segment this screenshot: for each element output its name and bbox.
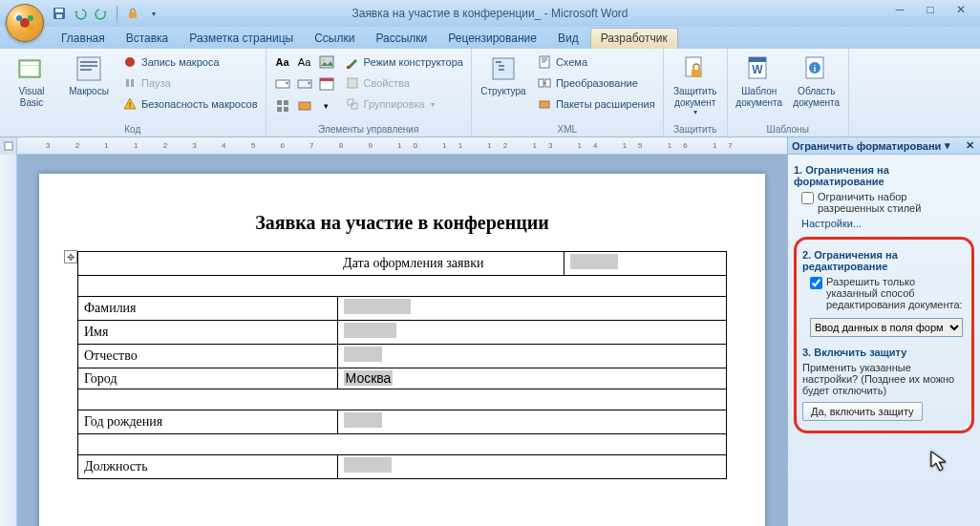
field-patronymic-label: Отчество — [78, 345, 338, 368]
dropdown-control-icon[interactable] — [294, 74, 315, 95]
expansion-icon — [537, 96, 552, 112]
task-pane-close-icon[interactable]: ✕ — [963, 139, 976, 152]
document-template-button[interactable]: W Шаблон документа — [734, 52, 785, 110]
office-button[interactable] — [6, 4, 44, 42]
document-area-button[interactable]: i Область документа — [791, 52, 842, 110]
combobox-control-icon[interactable] — [272, 74, 293, 95]
svg-rect-7 — [129, 12, 137, 18]
field-city-label: Город — [78, 368, 338, 389]
group-controls-label: Элементы управления — [272, 123, 465, 135]
tab-review[interactable]: Рецензирование — [438, 29, 546, 49]
table-move-handle[interactable]: ✥ — [64, 250, 77, 263]
redo-icon[interactable] — [94, 6, 109, 21]
svg-rect-5 — [55, 9, 63, 12]
field-firstname-label: Имя — [78, 321, 338, 345]
svg-rect-9 — [21, 62, 38, 65]
ribbon: Visual Basic Макросы Запись макроса Пауз… — [0, 49, 980, 137]
qat-dropdown-icon[interactable]: ▾ — [146, 6, 161, 21]
tab-view[interactable]: Вид — [548, 29, 588, 49]
section-protect: 3. Включить защиту — [802, 347, 966, 358]
transformation-button[interactable]: Преобразование — [535, 73, 657, 94]
svg-rect-33 — [352, 103, 357, 109]
record-macro-button[interactable]: Запись макроса — [120, 52, 260, 73]
group-button: Группировка▾ — [343, 94, 465, 115]
protect-document-button[interactable]: Защитить документ▾ — [670, 52, 721, 118]
design-mode-button[interactable]: Режим конструктора — [343, 52, 465, 73]
firstname-field[interactable] — [344, 323, 396, 338]
allow-only-checkbox[interactable]: Разрешить только указанный способ редакт… — [810, 276, 966, 310]
expansion-button[interactable]: Пакеты расширения — [535, 94, 657, 115]
tab-insert[interactable]: Вставка — [117, 29, 179, 49]
lastname-field[interactable] — [344, 299, 411, 314]
record-icon — [122, 54, 138, 70]
protect-note: Применить указанные настройки? (Позднее … — [802, 362, 966, 396]
settings-link[interactable]: Настройки... — [801, 218, 862, 229]
macro-security-button[interactable]: !Безопасность макросов — [120, 94, 260, 115]
svg-rect-16 — [126, 79, 129, 87]
lock-icon[interactable] — [125, 6, 140, 21]
date-field[interactable] — [570, 254, 618, 269]
schema-button[interactable]: Схема — [535, 52, 657, 73]
city-field[interactable]: Москва — [344, 370, 394, 386]
svg-point-15 — [125, 57, 135, 67]
svg-rect-45 — [749, 57, 766, 62]
save-icon[interactable] — [52, 6, 67, 21]
task-pane-dropdown-icon[interactable]: ▾ — [941, 139, 954, 152]
svg-point-20 — [322, 59, 325, 62]
svg-rect-12 — [80, 61, 97, 63]
warning-icon: ! — [122, 96, 138, 112]
enable-protection-button[interactable]: Да, включить защиту — [802, 402, 923, 421]
more-controls-dropdown[interactable]: ▾ — [316, 95, 337, 116]
section-editing: 2. Ограничения на редактирование — [802, 249, 966, 272]
date-control-icon[interactable] — [316, 74, 337, 95]
transform-icon — [537, 75, 552, 91]
tab-mailings[interactable]: Рассылки — [366, 29, 437, 49]
horizontal-ruler[interactable]: 3 2 1 1 2 3 4 5 6 7 8 9 10 11 12 13 14 1… — [0, 137, 787, 155]
svg-point-2 — [28, 15, 33, 21]
picture-control-icon[interactable] — [316, 52, 337, 73]
structure-button[interactable]: Структура — [478, 52, 529, 99]
tab-developer[interactable]: Разработчик — [590, 28, 678, 49]
birthyear-field[interactable] — [344, 412, 382, 428]
svg-point-3 — [28, 25, 33, 31]
tab-home[interactable]: Главная — [52, 29, 115, 49]
svg-rect-37 — [499, 69, 504, 71]
group-protect-label: Защитить — [670, 123, 721, 135]
legacy-tools-icon[interactable] — [272, 95, 293, 116]
schema-icon — [537, 54, 552, 70]
svg-rect-17 — [131, 79, 134, 87]
plaintext-control-icon[interactable]: Aa — [294, 52, 315, 73]
properties-icon — [345, 75, 360, 91]
undo-icon[interactable] — [73, 6, 88, 21]
pause-icon — [122, 75, 138, 91]
patronymic-field[interactable] — [344, 347, 382, 362]
svg-rect-30 — [347, 66, 350, 69]
ribbon-tabs: Главная Вставка Разметка страницы Ссылки… — [0, 27, 980, 49]
minimize-button[interactable]: ─ — [888, 2, 911, 17]
svg-rect-6 — [56, 14, 62, 18]
vertical-ruler[interactable] — [0, 155, 17, 526]
visual-basic-button[interactable]: Visual Basic — [6, 52, 57, 110]
pause-button: Пауза — [120, 73, 260, 94]
building-block-icon[interactable] — [294, 95, 315, 116]
svg-rect-31 — [348, 78, 357, 88]
svg-point-1 — [16, 15, 22, 21]
position-field[interactable] — [344, 457, 392, 473]
group-xml-label: XML — [478, 123, 657, 135]
svg-rect-19 — [320, 56, 333, 68]
group-templates-label: Шаблоны — [734, 123, 842, 135]
tab-layout[interactable]: Разметка страницы — [180, 29, 303, 49]
editing-mode-select[interactable]: Ввод данных в поля форм — [810, 318, 963, 337]
macros-button[interactable]: Макросы — [63, 52, 115, 99]
form-table: Дата оформления заявки Фамилия Имя Отчес… — [77, 251, 727, 479]
quick-access-toolbar: ▾ — [52, 6, 161, 21]
limit-styles-checkbox[interactable]: Ограничить набор разрешенных стилей — [801, 191, 974, 214]
maximize-button[interactable]: □ — [919, 2, 942, 17]
close-button[interactable]: ✕ — [949, 2, 972, 17]
document-page[interactable]: ✥ Заявка на участие в конференции Дата о… — [39, 174, 765, 526]
field-date-label: Дата оформления заявки — [337, 252, 565, 276]
richtext-control-icon[interactable]: Aa — [272, 52, 293, 73]
tab-references[interactable]: Ссылки — [305, 29, 364, 49]
ruler-corner[interactable] — [0, 137, 17, 155]
page-scroll[interactable]: ✥ Заявка на участие в конференции Дата о… — [17, 155, 787, 526]
